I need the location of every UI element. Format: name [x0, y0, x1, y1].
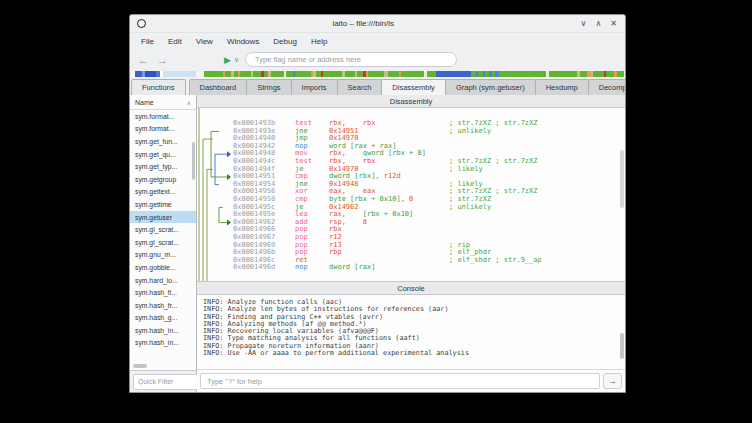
- disassembly-code: 0x0001493btestrbx, rbx; str.7zXZ ; str.7…: [233, 108, 625, 281]
- menu-item-help[interactable]: Help: [304, 35, 334, 48]
- disasm-line[interactable]: 0x0001496cret; elf_shdr ; str.9__ap: [233, 257, 625, 265]
- app-logo-icon: [137, 19, 146, 28]
- tab-functions[interactable]: Functions: [131, 79, 186, 95]
- back-icon[interactable]: ←: [138, 55, 149, 65]
- disasm-line[interactable]: 0x00014942nopword [rax + rax]: [233, 143, 625, 151]
- jump-arrows: [197, 108, 233, 281]
- menu-item-debug[interactable]: Debug: [266, 35, 304, 48]
- function-list-item[interactable]: sym.gettime: [130, 198, 196, 211]
- menubar: FileEditViewWindowsDebugHelp: [130, 33, 625, 49]
- toolbar: ← → ▶ ∨: [130, 49, 625, 70]
- disasm-line[interactable]: 0x00014940jmp0x14970: [233, 135, 625, 143]
- disasm-line[interactable]: 0x0001495elearax, [rbx + 0x10]: [233, 211, 625, 219]
- disassembly-scrollbar[interactable]: [620, 150, 624, 208]
- disasm-operand: 8: [363, 218, 367, 226]
- titlebar[interactable]: iaito – file:///bin/ls ∨ ∧ ✕: [130, 15, 625, 33]
- disassembly-panel-header[interactable]: Disassembly: [197, 95, 625, 108]
- iaito-window: iaito – file:///bin/ls ∨ ∧ ✕ FileEditVie…: [129, 14, 626, 393]
- close-button[interactable]: ✕: [610, 20, 617, 28]
- function-list-item[interactable]: sym.gobble...: [130, 261, 196, 274]
- function-list-item[interactable]: sym.gl_scrat...: [130, 236, 196, 249]
- function-list-item[interactable]: sym.hash_fi...: [130, 286, 196, 299]
- memory-segment: [436, 71, 471, 77]
- functions-hscrollbar[interactable]: [132, 363, 194, 369]
- window-title: iaito – file:///bin/ls: [146, 19, 581, 28]
- disasm-operand: rbx: [363, 119, 376, 127]
- send-command-icon[interactable]: →: [603, 373, 622, 389]
- function-list-item[interactable]: sym.hard_lo...: [130, 274, 196, 287]
- tab-imports[interactable]: Imports: [291, 79, 338, 95]
- disasm-line[interactable]: 0x00014967popr12: [233, 234, 625, 242]
- tab-hexdump[interactable]: Hexdump: [535, 79, 589, 95]
- console-input-row: →: [197, 370, 625, 392]
- sort-ascending-icon[interactable]: ∧: [187, 99, 191, 106]
- memory-map-bar[interactable]: [131, 71, 624, 77]
- function-list-item[interactable]: sym.hash_g...: [130, 312, 196, 325]
- tab-disassembly[interactable]: Disassembly: [381, 79, 446, 95]
- function-list-item[interactable]: sym.hash_in...: [130, 337, 196, 350]
- memory-segment: [427, 71, 436, 77]
- disasm-comment: ; likely: [449, 166, 625, 174]
- function-list-item[interactable]: sym.getgroup: [130, 173, 196, 186]
- disasm-line[interactable]: 0x00014958cmpbyte [rbx + 0x10], 0; str.7…: [233, 196, 625, 204]
- menu-item-edit[interactable]: Edit: [161, 35, 189, 48]
- disasm-line[interactable]: 0x0001493btestrbx, rbx; str.7zXZ ; str.7…: [233, 120, 625, 128]
- console-scrollbar[interactable]: [620, 333, 624, 359]
- maximize-button[interactable]: ∧: [595, 20, 601, 28]
- disasm-line[interactable]: 0x0001495cje0x14962; unlikely: [233, 204, 625, 212]
- disasm-line[interactable]: 0x0001494fje0x14970; likely: [233, 166, 625, 174]
- function-list-item[interactable]: sym.getuser: [130, 211, 196, 224]
- disasm-line[interactable]: 0x0001494ctestrbx, rbx; str.7zXZ ; str.7…: [233, 158, 625, 166]
- memory-segment: [286, 71, 293, 77]
- disasm-operand: 0: [409, 195, 413, 203]
- disasm-line[interactable]: 0x0001496dnopdword [rax]: [233, 264, 625, 272]
- flag-search-input[interactable]: [245, 52, 457, 67]
- column-header-name[interactable]: Name: [135, 99, 154, 106]
- continue-icon[interactable]: ▶: [224, 55, 231, 65]
- function-list-item[interactable]: sym.get_typ...: [130, 160, 196, 173]
- tab-decompiler-empty[interactable]: Decompiler (Empty): [588, 79, 626, 95]
- menu-item-view[interactable]: View: [189, 35, 220, 48]
- function-list-item[interactable]: sym.format...: [130, 123, 196, 136]
- disasm-comment: ; unlikely: [449, 128, 625, 136]
- forward-icon[interactable]: →: [157, 55, 168, 65]
- disasm-line[interactable]: 0x00014956xoreax, eax; str.7zXZ ; str.7z…: [233, 188, 625, 196]
- function-list-item[interactable]: sym.hash_in...: [130, 324, 196, 337]
- memory-segment: [196, 71, 204, 77]
- tab-graph-sym-getuser[interactable]: Graph (sym.getuser): [445, 79, 536, 95]
- function-list-item[interactable]: sym.get_fun...: [130, 135, 196, 148]
- function-list-item[interactable]: sym.get_qu...: [130, 148, 196, 161]
- menu-item-file[interactable]: File: [134, 35, 161, 48]
- disasm-operands: rbx: [329, 226, 449, 234]
- memory-segment: [401, 71, 424, 77]
- disasm-line[interactable]: 0x00014962addrsp, 8: [233, 219, 625, 227]
- functions-scrollbar[interactable]: [192, 142, 195, 180]
- disasm-line[interactable]: 0x00014948movrbx, qword [rbx + 8]: [233, 150, 625, 158]
- console-panel-header[interactable]: Console: [197, 282, 625, 295]
- disasm-operands: rbp: [329, 249, 449, 257]
- function-list-item[interactable]: sym.gnu_m...: [130, 249, 196, 262]
- tab-dashboard[interactable]: Dashboard: [189, 79, 248, 95]
- disasm-line[interactable]: 0x00014954jne0x14948; likely: [233, 181, 625, 189]
- tab-search[interactable]: Search: [337, 79, 383, 95]
- memory-segment: [271, 71, 284, 77]
- disasm-line[interactable]: 0x0001493ejne0x14951; unlikely: [233, 128, 625, 136]
- functions-column-header[interactable]: Name ∧: [130, 95, 196, 110]
- function-list-item[interactable]: sym.hash_fr...: [130, 299, 196, 312]
- menu-item-windows[interactable]: Windows: [220, 35, 266, 48]
- console-command-input[interactable]: [200, 373, 600, 389]
- chevron-down-icon[interactable]: ∨: [234, 56, 239, 64]
- function-list-item[interactable]: sym.gettext...: [130, 186, 196, 199]
- memory-segment: [345, 71, 356, 77]
- tab-strings[interactable]: Strings: [246, 79, 291, 95]
- disasm-line[interactable]: 0x0001496bpoprbp; elf_phdr: [233, 249, 625, 257]
- function-list-item[interactable]: sym.gl_scrat...: [130, 223, 196, 236]
- memory-segment: [593, 71, 604, 77]
- disasm-line[interactable]: 0x00014951cmpdword [rbx], r12d: [233, 173, 625, 181]
- function-list-item[interactable]: sym.format...: [130, 110, 196, 123]
- disasm-line[interactable]: 0x00014969popr13; rip: [233, 242, 625, 250]
- console-line: INFO: Use -AA or aaaa to perform additio…: [203, 350, 625, 357]
- console-output: INFO: Analyze function calls (aac)INFO: …: [197, 295, 625, 370]
- disasm-line[interactable]: 0x00014966poprbx: [233, 226, 625, 234]
- minimize-button[interactable]: ∨: [581, 20, 587, 28]
